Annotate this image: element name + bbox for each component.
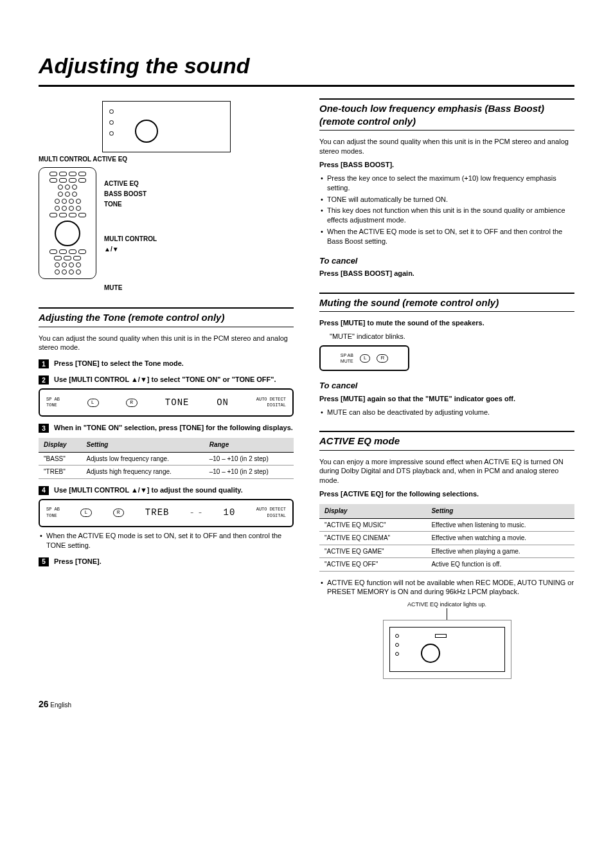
cell: Effective when listening to music. (426, 518, 574, 532)
label-mute: MUTE (104, 283, 157, 293)
table-row: "ACTIVE EQ GAME" Effective when playing … (319, 545, 574, 558)
tone-step-5: 5 Press [TONE]. (39, 557, 294, 566)
lcd-r-indicator: R (126, 399, 138, 407)
mute-cancel-body: Press [MUTE] again so that the "MUTE" in… (319, 394, 574, 404)
page-title: Adjusting the sound (39, 51, 574, 87)
bass-intro: You can adjust the sound quality when th… (319, 137, 574, 156)
cell: "ACTIVE EQ OFF" (319, 558, 426, 572)
lcd-r-indicator: R (377, 354, 388, 363)
lcd-main: TONE (165, 397, 190, 409)
list-item: When the ACTIVE EQ mode is set to ON, se… (319, 227, 574, 246)
cell: "TREB" (39, 466, 82, 479)
page-footer: 26 English (39, 698, 574, 710)
bass-cancel-body: Press [BASS BOOST] again. (319, 269, 574, 278)
cell: Adjusts high frequency range. (82, 466, 204, 479)
cell: "ACTIVE EQ MUSIC" (319, 518, 426, 532)
lcd-l-indicator: L (87, 399, 99, 407)
cell: –10 – +10 (in 2 step) (204, 466, 294, 479)
receiver-drawing (102, 101, 231, 152)
receiver-drawing-small (389, 627, 505, 672)
label-arrows: ▲/▼ (104, 244, 157, 255)
remote-drawing (39, 167, 96, 279)
lcd-l-indicator: L (80, 509, 92, 517)
step-number: 3 (39, 424, 49, 433)
aeq-caption: ACTIVE EQ indicator lights up. (319, 601, 574, 608)
heading-adjust-tone: Adjusting the Tone (remote control only) (39, 307, 294, 327)
tone-step-2: 2 Use [MULTI CONTROL ▲/▼] to select "TON… (39, 375, 294, 384)
pointer-line (447, 608, 447, 620)
table-row: "ACTIVE EQ CINEMA" Effective when watchi… (319, 532, 574, 545)
lcd-l-indicator: L (360, 354, 370, 363)
th-range: Range (204, 438, 294, 452)
aeq-intro: You can enjoy a more impressive sound ef… (319, 457, 574, 486)
list-item: TONE will automatically be turned ON. (319, 195, 574, 204)
lcd-tag: AUTO DETECT DIGITAL (256, 507, 286, 519)
aeq-press: Press [ACTIVE EQ] for the following sele… (319, 489, 574, 499)
th-display: Display (319, 504, 426, 518)
bass-bullets: Press the key once to select the maximum… (319, 174, 574, 246)
cell: Adjusts low frequency range. (82, 452, 204, 466)
lcd-main: TREB (145, 507, 170, 519)
label-active-eq: ACTIVE EQ (104, 179, 157, 189)
label-tone: TONE (104, 199, 157, 210)
th-setting: Setting (82, 438, 204, 452)
table-row: "TREB" Adjusts high frequency range. –10… (39, 466, 294, 479)
mute-cancel-heading: To cancel (319, 380, 574, 392)
tone-intro: You can adjust the sound quality when th… (39, 334, 294, 353)
label-bass-boost: BASS BOOST (104, 189, 157, 199)
step-number: 2 (39, 375, 49, 384)
heading-active-eq: ACTIVE EQ mode (319, 431, 574, 450)
remote-label-column: ACTIVE EQ BASS BOOST TONE MULTI CONTROL … (104, 167, 157, 293)
lcd-right: 10 (223, 507, 235, 519)
step-text: Press [TONE] to select the Tone mode. (54, 359, 294, 368)
step-number: 5 (39, 557, 49, 566)
lcd-right: ON (217, 397, 229, 409)
right-column: One-touch low frequency emphasis (Bass B… (319, 98, 574, 679)
lcd-tone-on: SP AB TONE L R TONE ON AUTO DETECT DIGIT… (39, 388, 294, 417)
remote-diagram: ACTIVE EQ BASS BOOST TONE MULTI CONTROL … (39, 167, 294, 293)
left-column: MULTI CONTROL ACTIVE EQ ACTIVE EQ BASS (39, 98, 294, 679)
list-item: This key does not function when this uni… (319, 206, 574, 225)
diagram-top-labels: MULTI CONTROL ACTIVE EQ (39, 155, 294, 164)
cell: Effective when watching a movie. (426, 532, 574, 545)
table-row: "ACTIVE EQ OFF" Active EQ function is of… (319, 558, 574, 572)
lcd-r-indicator: R (113, 509, 125, 517)
cell: "ACTIVE EQ GAME" (319, 545, 426, 558)
th-setting: Setting (426, 504, 574, 518)
tone-note: When the ACTIVE EQ mode is set to ON, se… (39, 531, 294, 550)
lcd-tag: AUTO DETECT DIGITAL (256, 397, 286, 409)
lcd-left: SP AB TONE (46, 507, 60, 519)
lcd-left: SP AB TONE (46, 397, 60, 409)
heading-mute: Muting the sound (remote control only) (319, 293, 574, 312)
tone-step-3: 3 When in "TONE ON" selection, press [TO… (39, 423, 294, 433)
bass-cancel-heading: To cancel (319, 255, 574, 267)
step-text: Press [TONE]. (54, 557, 294, 566)
cell: Effective when playing a game. (426, 545, 574, 558)
cell: –10 – +10 (in 2 step) (204, 452, 294, 466)
lcd-mute: SP AB MUTE L R (319, 345, 409, 371)
active-eq-led (435, 634, 447, 638)
step-number: 4 (39, 486, 49, 495)
page-lang: English (50, 701, 71, 709)
unit-diagram (39, 101, 294, 152)
mute-sub: "MUTE" indicator blinks. (330, 332, 574, 341)
table-row: "BASS" Adjusts low frequency range. –10 … (39, 452, 294, 466)
cell: Active EQ function is off. (426, 558, 574, 572)
step-text: When in "TONE ON" selection, press [TONE… (54, 423, 294, 433)
lcd-treb: SP AB TONE L R TREB – – 10 AUTO DETECT D… (39, 499, 294, 527)
aeq-table: Display Setting "ACTIVE EQ MUSIC" Effect… (319, 504, 574, 572)
mute-bullet: MUTE can also be deactivated by adjustin… (319, 408, 574, 417)
bass-press: Press [BASS BOOST]. (319, 160, 574, 170)
table-row: "ACTIVE EQ MUSIC" Effective when listeni… (319, 518, 574, 532)
step-text: Use [MULTI CONTROL ▲/▼] to select "TONE … (54, 375, 294, 384)
mute-press: Press [MUTE] to mute the sound of the sp… (319, 318, 574, 328)
list-item: Press the key once to select the maximum… (319, 174, 574, 193)
tone-table: Display Setting Range "BASS" Adjusts low… (39, 438, 294, 479)
aeq-bullet: ACTIVE EQ function will not be available… (319, 578, 574, 597)
tone-step-1: 1 Press [TONE] to select the Tone mode. (39, 359, 294, 368)
step-number: 1 (39, 359, 49, 368)
aeq-unit-diagram (383, 620, 511, 679)
heading-bass-boost: One-touch low frequency emphasis (Bass B… (319, 98, 574, 131)
lcd-mute-left: SP AB MUTE (341, 352, 353, 365)
page-number: 26 (39, 699, 49, 709)
